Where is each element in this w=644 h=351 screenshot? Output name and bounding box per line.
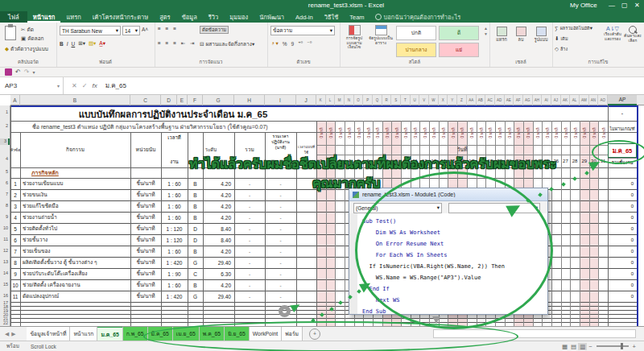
row-grade[interactable]: G [188, 291, 203, 302]
fill-color-button[interactable]: ▨▾ [89, 40, 96, 47]
cut-button[interactable]: ✂ตัด [21, 26, 34, 34]
row-dash-2[interactable]: - [265, 212, 296, 223]
row-header-10[interactable]: 10 [0, 225, 10, 232]
row-activity[interactable]: ช่วยเข็นของ [20, 246, 130, 257]
percent-button[interactable]: % [283, 41, 287, 47]
conditional-formatting-button[interactable]: การจัดรูปแบบตามเงื่อนไข [342, 25, 366, 50]
row-activity[interactable]: ช่วย/ติดตั้ง เครื่องฉายงาน [20, 279, 130, 291]
vba-code-editor[interactable]: Sub Test() Dim WS As Worksheet On Error … [357, 213, 547, 314]
ribbon-tab-Add-in[interactable]: Add-in [290, 11, 319, 23]
row-header-14[interactable]: 14 [0, 270, 10, 277]
row-grade[interactable]: B [188, 189, 203, 200]
sort-filter-button[interactable]: A⇂▽เรียงลำดับและกรอง [602, 26, 623, 41]
row-header-15[interactable]: 15 [0, 282, 10, 288]
row-total[interactable]: 4.20 [203, 189, 234, 200]
sheet-tab-ก.พ_65[interactable]: ก.พ_65 [123, 327, 148, 341]
column-header-AF[interactable]: AF [514, 95, 523, 105]
row-total[interactable]: 29.40 [203, 257, 234, 268]
decrease-decimal-button[interactable]: ⁻⁰ [307, 40, 312, 47]
sheet-title-cell[interactable]: แบบบันทึกผลการปฏิบัติงานประจำเดือน ม.ค_6… [20, 107, 326, 120]
row-dash-2[interactable]: - [265, 257, 296, 268]
row-dash-2[interactable]: - [265, 246, 296, 257]
sheet-tab-ฟอร์ม[interactable]: ฟอร์ม [282, 327, 303, 341]
row-time[interactable]: 1 : 90 [161, 268, 188, 279]
row-dash-2[interactable]: - [265, 223, 296, 234]
column-header-H[interactable]: H [234, 95, 265, 105]
section-label-cell[interactable]: ภารกิจหลัก [31, 168, 128, 177]
row-activity[interactable]: ช่วยปรับระดับโต๊ะเครื่องเสียง [20, 268, 130, 279]
vba-code-line[interactable]: For Each WS In Sheets [362, 250, 547, 261]
row-dash-1[interactable]: - [234, 178, 265, 189]
ribbon-tab-ข้อมูล[interactable]: ข้อมูล [176, 11, 203, 23]
row-dash-1[interactable]: - [234, 291, 265, 302]
column-header-AK[interactable]: AK [561, 95, 571, 105]
grow-font-button[interactable]: A˄ [142, 27, 148, 32]
ribbon-tab-รีวิว[interactable]: รีวิว [203, 11, 224, 23]
column-header-AC[interactable]: AC [485, 95, 495, 105]
horizontal-scrollbar[interactable] [433, 329, 636, 338]
row-activity[interactable]: ดัดแปลงอุปกรณ์ [20, 291, 130, 302]
column-header-AL[interactable]: AL [570, 95, 580, 105]
row-time[interactable]: 1 : 120 [161, 234, 188, 246]
row-no[interactable]: 9 [10, 268, 20, 279]
sheet-tab-ข้อมูลเจ้าหน้าที่[interactable]: ข้อมูลเจ้าหน้าที่ [27, 327, 70, 341]
row-ap-value[interactable]: 0 [608, 200, 637, 212]
page-layout-view-icon[interactable]: ▤ [569, 343, 578, 350]
name-box[interactable]: AP3 ▾ [0, 77, 64, 94]
number-format-combo[interactable]: ข้อความ▾ [270, 26, 335, 35]
row-dash-1[interactable]: - [234, 268, 265, 279]
sheet-tab-หน้าแรก[interactable]: หน้าแรก [70, 327, 97, 341]
bold-button[interactable]: B [60, 41, 64, 47]
row-header-4[interactable]: 4 [0, 156, 10, 163]
row-no[interactable]: 8 [10, 257, 20, 268]
column-header-C[interactable]: C [130, 95, 161, 105]
column-header-AE[interactable]: AE [505, 95, 514, 105]
next-sheet-icon[interactable]: ▶ [11, 331, 15, 337]
tell-me-search[interactable]: บอกฉันว่าคุณต้องการทำอะไร [375, 12, 461, 22]
row-time[interactable]: 1 : 60 [161, 246, 188, 257]
row-unit[interactable]: ชิ้น/นาที [130, 189, 161, 200]
sheet-subtitle-cell[interactable]: ชื่อ rename_test3 ตำแหน่ง ปฏิบัติ กลุ่มง… [32, 122, 322, 131]
vba-code-line[interactable]: End If [362, 283, 547, 295]
row-no[interactable]: 7 [10, 246, 20, 257]
row-dash-1[interactable]: - [234, 189, 265, 200]
ribbon-tab-วิธีใช้[interactable]: วิธีใช้ [319, 11, 345, 23]
row-ap-value[interactable]: 0 [608, 279, 637, 291]
save-icon[interactable] [5, 68, 12, 76]
cell-style-ปกติ[interactable]: ปกติ [396, 26, 436, 40]
column-header-AB[interactable]: AB [477, 95, 486, 105]
row-total[interactable]: 4.20 [203, 212, 234, 223]
row-no[interactable]: 1 [10, 178, 20, 189]
row-grade[interactable]: D [188, 223, 203, 234]
merge-center-button[interactable]: ⊟ผสานและจัดกึ่งกลาง▾ [200, 40, 264, 48]
borders-button[interactable]: ⊞▾ [78, 40, 85, 47]
fill-button[interactable]: ⬇เติม [555, 35, 568, 42]
row-dash-1[interactable]: - [234, 223, 265, 234]
row-no[interactable]: 4 [10, 212, 20, 223]
column-header-D[interactable]: D [161, 95, 177, 105]
row-unit[interactable]: ชิ้น/นาที [130, 246, 161, 257]
row-ap-value[interactable]: 0 [608, 246, 637, 257]
row-header-1[interactable]: 1 [0, 109, 10, 116]
row-grade[interactable]: D [188, 234, 203, 246]
column-header-M[interactable]: M [335, 95, 345, 105]
row-total[interactable]: 4.20 [203, 246, 234, 257]
page-break-view-icon[interactable]: ▥ [578, 343, 587, 350]
row-grade[interactable]: B [188, 178, 203, 189]
row-dash-1[interactable]: - [234, 257, 265, 268]
row-dash-1[interactable]: - [234, 234, 265, 246]
row-ap-value[interactable]: 0 [608, 234, 637, 246]
column-header-AO[interactable]: AO [598, 95, 608, 105]
row-header-3[interactable]: 3 [0, 138, 10, 145]
ap-r2-cell[interactable]: ไม่ผ่านเกณฑ์ [609, 126, 636, 140]
row-unit[interactable]: ชิ้น/นาที [130, 268, 161, 279]
column-header-AA[interactable]: AA [467, 95, 477, 105]
undo-icon[interactable]: ↶ [15, 68, 21, 76]
insert-cells-button[interactable]: แทรก [493, 27, 510, 43]
row-unit[interactable]: ชิ้น/นาที [130, 291, 161, 302]
row-time[interactable]: 1 : 60 [161, 212, 188, 223]
normal-view-icon[interactable]: ▦ [560, 343, 569, 350]
row-time[interactable]: 1 : 60 [161, 178, 188, 189]
column-header-A[interactable]: A [10, 95, 20, 105]
row-ap-value[interactable]: 0 [608, 291, 637, 302]
